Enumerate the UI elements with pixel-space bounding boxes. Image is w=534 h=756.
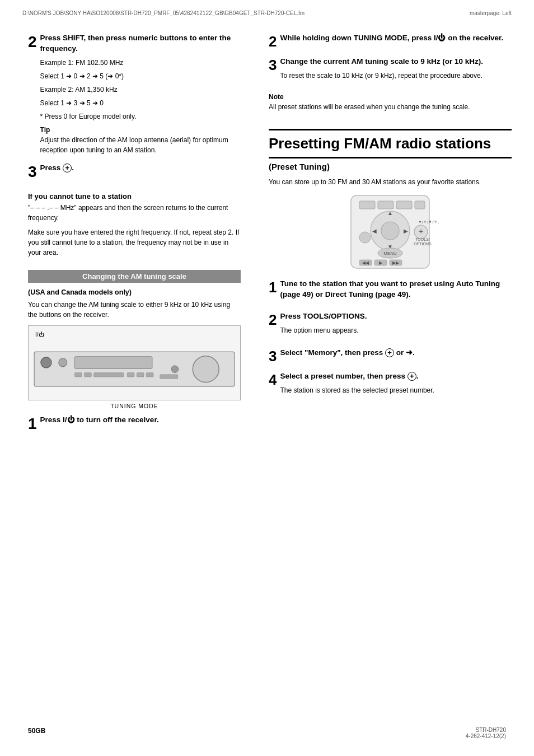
left-column: 2 Press SHIFT, then press numeric button… xyxy=(0,27,257,451)
svg-text:◀◀: ◀◀ xyxy=(362,260,369,265)
power-label: I/⏻ xyxy=(33,332,236,338)
right-am-step2-number: 2 xyxy=(269,34,277,49)
left-step2-example2-seq: Select 1 ➜ 3 ➜ 5 ➜ 0 xyxy=(40,98,241,108)
receiver-svg xyxy=(33,340,236,394)
svg-text:+: + xyxy=(419,227,423,236)
header-masterpage: masterpage: Left xyxy=(470,10,512,16)
if-cannot-text2: Make sure you have entered the right fre… xyxy=(28,227,241,258)
left-step3-block: 3 Press +. xyxy=(28,163,241,180)
device-label: TUNING MODE xyxy=(28,403,241,409)
right-am-step2-heading: While holding down TUNING MODE, press I/… xyxy=(280,33,512,44)
right-am-step3-content: Change the current AM tuning scale to 9 … xyxy=(280,57,512,85)
right-am-step3-heading: Change the current AM tuning scale to 9 … xyxy=(280,57,512,67)
svg-text:▲: ▲ xyxy=(387,210,393,216)
right-am-step3-number: 3 xyxy=(269,58,277,72)
svg-point-11 xyxy=(171,366,179,373)
svg-rect-6 xyxy=(85,372,92,376)
note-label: Note xyxy=(269,93,512,101)
left-am-step1-content: Press I/⏻ to turn off the receiver. xyxy=(40,415,241,429)
svg-rect-7 xyxy=(94,372,124,376)
left-step2-heading: Press SHIFT, then press numeric buttons … xyxy=(40,33,241,54)
page-footer: 50GB STR-DH720 4-262-412-12(2) xyxy=(0,718,534,745)
if-cannot-text1: "– – – .– – MHz" appears and then the sc… xyxy=(28,203,241,223)
if-cannot-block: If you cannot tune to a station "– – – .… xyxy=(28,188,241,262)
svg-text:▶▶: ▶▶ xyxy=(392,260,400,265)
svg-rect-16 xyxy=(396,201,412,209)
preset-step4-heading: Select a preset number, then press +. xyxy=(280,371,512,382)
left-step3-heading: Press +. xyxy=(40,163,241,174)
preset-step2-content: Press TOOLS/OPTIONS. The option menu app… xyxy=(280,311,512,340)
preset-step4-content: Select a preset number, then press +. Th… xyxy=(280,371,512,400)
preset-step1-block: 1 Tune to the station that you want to p… xyxy=(269,279,512,304)
left-step2-example1: Example 1: FM 102.50 MHz xyxy=(40,58,241,68)
right-am-step3-body: To reset the scale to 10 kHz (or 9 kHz),… xyxy=(280,71,512,81)
header-path: D:\NORM'S JOB\SONY HA\SO120006\STR-DH720… xyxy=(22,10,305,16)
left-step2-number: 2 xyxy=(28,34,37,50)
device-diagram: I/⏻ xyxy=(28,325,241,400)
svg-rect-10 xyxy=(146,372,153,376)
big-heading: Presetting FM/AM radio stations xyxy=(269,135,512,158)
preset-step3-content: Select "Memory", then press + or ➜. xyxy=(280,348,512,362)
left-am-step1-heading: Press I/⏻ to turn off the receiver. xyxy=(40,415,241,426)
preset-step1-heading: Tune to the station that you want to pre… xyxy=(280,279,512,300)
left-step3-content: Press +. xyxy=(40,163,241,177)
svg-rect-15 xyxy=(378,201,394,209)
svg-rect-14 xyxy=(359,201,375,209)
circle-plus-icon: + xyxy=(63,164,72,172)
circle-plus-icon2: + xyxy=(407,372,416,381)
tip-label: Tip xyxy=(40,126,241,134)
usa-canada-body: You can change the AM tuning scale to ei… xyxy=(28,300,241,320)
preset-step2-heading: Press TOOLS/OPTIONS. xyxy=(280,311,512,322)
preset-step3-heading: Select "Memory", then press + or ➜. xyxy=(280,348,512,358)
preset-step1-number: 1 xyxy=(269,280,277,295)
svg-text:TOOLS/: TOOLS/ xyxy=(415,237,430,241)
preset-step3-block: 3 Select "Memory", then press + or ➜. xyxy=(269,348,512,363)
svg-rect-12 xyxy=(160,375,178,379)
page-header: D:\NORM'S JOB\SONY HA\SO120006\STR-DH720… xyxy=(0,0,534,22)
circle-plus-icon: + xyxy=(385,348,394,357)
left-step2-content: Press SHIFT, then press numeric buttons … xyxy=(40,33,241,155)
svg-rect-9 xyxy=(137,372,144,376)
svg-point-29 xyxy=(359,232,371,243)
preset-step2-number: 2 xyxy=(269,312,277,327)
preset-step2-body: The option menu appears. xyxy=(280,325,512,335)
preset-step3-number: 3 xyxy=(269,349,277,363)
preset-step4-block: 4 Select a preset number, then press +. … xyxy=(269,371,512,400)
svg-point-19 xyxy=(381,222,399,240)
svg-point-2 xyxy=(59,358,67,367)
page-code: STR-DH720 4-262-412-12(2) xyxy=(466,727,506,739)
preset-step4-body: The station is stored as the selected pr… xyxy=(280,385,512,395)
remote-area: ▲ ▼ ◀ ▶ ✦/✧/✦/✧, + TOOLS/ OPTIONS xyxy=(269,193,512,271)
left-am-step1-number: 1 xyxy=(28,416,37,432)
left-step2-footnote: * Press 0 for Europe model only. xyxy=(40,111,241,122)
tip-text: Adjust the direction of the AM loop ante… xyxy=(40,135,241,155)
svg-text:◀: ◀ xyxy=(372,228,377,234)
svg-rect-17 xyxy=(415,201,425,209)
left-step3-number: 3 xyxy=(28,164,37,180)
if-cannot-heading: If you cannot tune to a station xyxy=(28,192,241,200)
svg-text:▶: ▶ xyxy=(379,260,383,265)
svg-rect-3 xyxy=(75,357,152,368)
svg-rect-8 xyxy=(127,372,134,376)
preset-step1-content: Tune to the station that you want to pre… xyxy=(280,279,512,304)
preset-section: Presetting FM/AM radio stations (Preset … xyxy=(269,129,512,400)
preset-intro: You can store up to 30 FM and 30 AM stat… xyxy=(269,177,512,187)
subheading: (Preset Tuning) xyxy=(269,162,512,171)
preset-step4-number: 4 xyxy=(269,372,277,387)
svg-rect-5 xyxy=(75,372,82,376)
svg-point-4 xyxy=(193,356,219,382)
left-step2-example1-seq: Select 1 ➜ 0 ➜ 2 ➜ 5 (➜ 0*) xyxy=(40,71,241,81)
remote-svg: ▲ ▼ ◀ ▶ ✦/✧/✦/✧, + TOOLS/ OPTIONS xyxy=(334,193,446,271)
section-box-am-tuning: Changing the AM tuning scale xyxy=(28,270,241,283)
usa-canada-heading: (USA and Canada models only) xyxy=(28,288,241,296)
page-number: 50GB xyxy=(28,727,45,739)
left-am-step1-block: 1 Press I/⏻ to turn off the receiver. xyxy=(28,415,241,432)
right-am-step2-block: 2 While holding down TUNING MODE, press … xyxy=(269,33,512,49)
main-content: 2 Press SHIFT, then press numeric button… xyxy=(0,22,534,462)
svg-text:▶: ▶ xyxy=(404,228,408,234)
svg-text:MENU: MENU xyxy=(383,251,397,256)
left-step2-block: 2 Press SHIFT, then press numeric button… xyxy=(28,33,241,155)
svg-text:OPTIONS: OPTIONS xyxy=(414,242,432,246)
note-text: All preset stations will be erased when … xyxy=(269,102,512,112)
svg-point-1 xyxy=(41,357,51,368)
